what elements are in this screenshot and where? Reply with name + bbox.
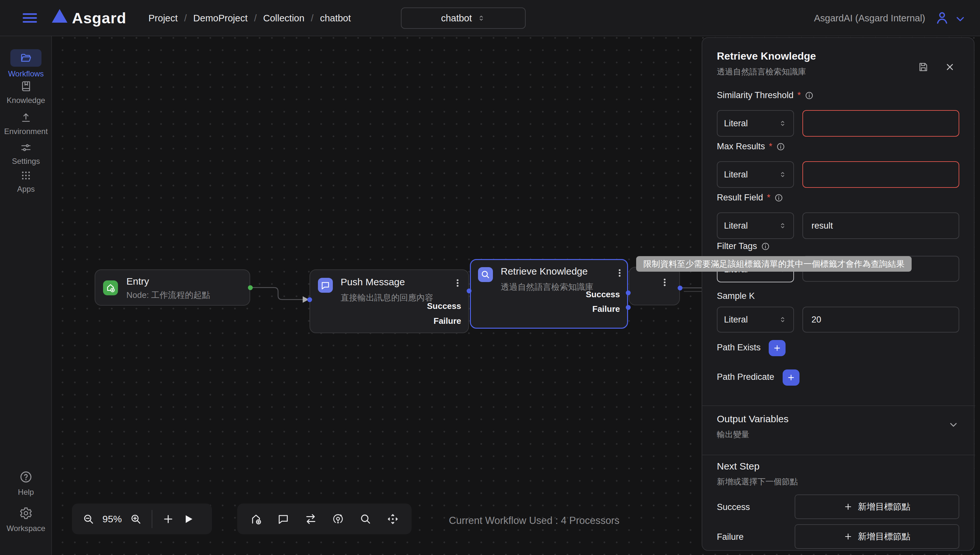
node-title: Retrieve Knowledge — [501, 266, 588, 277]
port-dot-hidden-node-out[interactable] — [677, 286, 682, 290]
chevron-updown-icon — [477, 14, 486, 22]
chevron-updown-icon — [779, 315, 787, 324]
panel-divider — [702, 455, 975, 455]
mode-select-result-field[interactable]: Literal — [717, 212, 794, 239]
node-retrieve-knowledge[interactable]: Retrieve Knowledge 透過自然語言檢索知識庫 Success F… — [470, 259, 628, 329]
zoom-level: 95% — [102, 513, 122, 525]
mode-select-max-results[interactable]: Literal — [717, 161, 794, 188]
panel-divider — [702, 406, 975, 406]
breadcrumb-chatbot[interactable]: chatbot — [320, 13, 351, 24]
add-success-target-button[interactable]: 新增目標節點 — [795, 494, 959, 519]
sidebar-item-apps[interactable]: Apps — [0, 170, 52, 194]
node-menu-kebab-icon[interactable] — [659, 275, 670, 289]
next-step-subtitle: 新增或選擇下一個節點 — [717, 476, 798, 487]
push-message-tool-icon[interactable] — [277, 513, 290, 526]
mode-select-sample-k[interactable]: Literal — [717, 306, 794, 332]
plus-icon — [773, 344, 781, 352]
breadcrumb-project[interactable]: Project — [148, 13, 178, 24]
node-entry[interactable]: Entry Node: 工作流程的起點 — [95, 269, 250, 306]
port-dot-retrieve-success[interactable] — [626, 290, 631, 295]
port-failure-label: Failure — [592, 304, 620, 314]
node-subtitle: 透過自然語言檢索知識庫 — [501, 281, 594, 293]
info-icon — [774, 193, 783, 202]
info-icon — [805, 91, 814, 100]
add-node-button[interactable] — [162, 513, 174, 525]
port-success-label: Success — [427, 301, 461, 311]
node-config-panel: Retrieve Knowledge 透過自然語言檢索知識庫 Similarit… — [702, 37, 975, 551]
sample-k-input[interactable] — [802, 306, 959, 332]
field-label-result-field: Result Field* — [717, 192, 783, 203]
node-title: Push Message — [341, 276, 405, 287]
filter-tags-tooltip: 限制資料至少需要滿足該組標籤清單的其中一個標籤才會作為查詢結果 — [636, 256, 912, 272]
node-subtitle: Node: 工作流程的起點 — [126, 289, 210, 301]
similarity-threshold-input[interactable] — [802, 110, 959, 136]
sidebar-item-environment[interactable]: Environment — [0, 111, 52, 136]
port-dot-retrieve-failure[interactable] — [626, 305, 631, 310]
toolbar-divider — [152, 510, 152, 528]
add-failure-target-button[interactable]: 新增目標節點 — [795, 524, 959, 549]
port-failure-label: Failure — [434, 316, 461, 326]
chevron-updown-icon — [779, 221, 787, 230]
node-partially-hidden[interactable] — [629, 267, 680, 305]
plus-icon — [787, 373, 795, 382]
breadcrumb: Project / DemoProject / Collection / cha… — [148, 0, 351, 36]
run-workflow-button[interactable] — [182, 513, 195, 525]
info-icon — [776, 142, 785, 151]
sidebar-item-workspace[interactable]: Workspace — [0, 507, 52, 533]
result-field-input[interactable] — [802, 212, 959, 239]
plus-icon — [843, 532, 853, 541]
sidebar-item-help[interactable]: Help — [0, 470, 52, 497]
port-dot-push-out[interactable] — [467, 289, 471, 294]
chevron-down-icon[interactable] — [948, 419, 959, 431]
zoom-toolbar: 95% — [72, 504, 212, 534]
sidebar-item-knowledge[interactable]: Knowledge — [0, 80, 52, 105]
zoom-in-button[interactable] — [130, 513, 142, 525]
sliders-icon — [20, 142, 32, 155]
node-subtitle: 直接輸出訊息的回應內容 — [341, 292, 433, 303]
node-palette-toolbar — [237, 504, 412, 534]
breadcrumb-demoproject[interactable]: DemoProject — [193, 13, 248, 24]
move-tool-icon[interactable] — [386, 513, 399, 526]
account-name: AsgardAI (Asgard Internal) — [814, 0, 925, 36]
next-step-success-label: Success — [717, 502, 750, 512]
panel-title: Retrieve Knowledge — [717, 50, 816, 62]
chevron-updown-icon — [779, 119, 787, 128]
path-predicate-label: Path Predicate — [717, 372, 774, 382]
search-tool-icon[interactable] — [359, 513, 372, 526]
node-menu-kebab-icon[interactable] — [452, 276, 463, 290]
max-results-input[interactable] — [802, 161, 959, 188]
user-avatar-icon[interactable] — [935, 10, 949, 27]
zoom-out-button[interactable] — [82, 513, 95, 525]
add-path-exists-button[interactable] — [769, 340, 785, 356]
book-icon — [20, 80, 32, 93]
save-icon[interactable] — [917, 61, 929, 74]
chevron-updown-icon — [779, 170, 787, 179]
port-dot-entry-out[interactable] — [248, 285, 253, 290]
panel-subtitle: 透過自然語言檢索知識庫 — [717, 66, 806, 77]
breadcrumb-collection[interactable]: Collection — [263, 13, 304, 24]
mode-select-similarity-threshold[interactable]: Literal — [717, 110, 794, 136]
home-plus-icon — [103, 281, 118, 295]
active-item-highlight — [10, 49, 42, 67]
node-title: Entry — [126, 276, 149, 287]
port-dot-push-in[interactable] — [307, 297, 312, 302]
asgard-logo-icon — [52, 9, 68, 22]
output-variables-title: Output Variables — [717, 414, 789, 425]
magnifier-icon — [478, 267, 493, 282]
close-icon[interactable] — [945, 62, 955, 74]
hamburger-menu-icon[interactable] — [23, 13, 37, 23]
swap-arrows-tool-icon[interactable] — [304, 513, 317, 526]
top-navbar: Asgard Project / DemoProject / Collectio… — [0, 0, 980, 36]
field-label-max-results: Max Results* — [717, 141, 785, 152]
next-step-title: Next Step — [717, 461, 760, 472]
entry-node-tool-icon[interactable] — [249, 513, 262, 526]
ai-lightbulb-cycle-tool-icon[interactable] — [331, 513, 344, 526]
sidebar-item-settings[interactable]: Settings — [0, 142, 52, 166]
node-push-message[interactable]: Push Message 直接輸出訊息的回應內容 Success Failure — [309, 269, 469, 333]
brand-name: Asgard — [72, 0, 126, 36]
field-label-sample-k: Sample K — [717, 291, 755, 301]
workflow-selector-dropdown[interactable]: chatbot — [401, 8, 526, 29]
add-path-predicate-button[interactable] — [783, 369, 800, 386]
node-menu-kebab-icon[interactable] — [614, 266, 625, 280]
account-chevron-down-icon[interactable] — [954, 13, 966, 27]
